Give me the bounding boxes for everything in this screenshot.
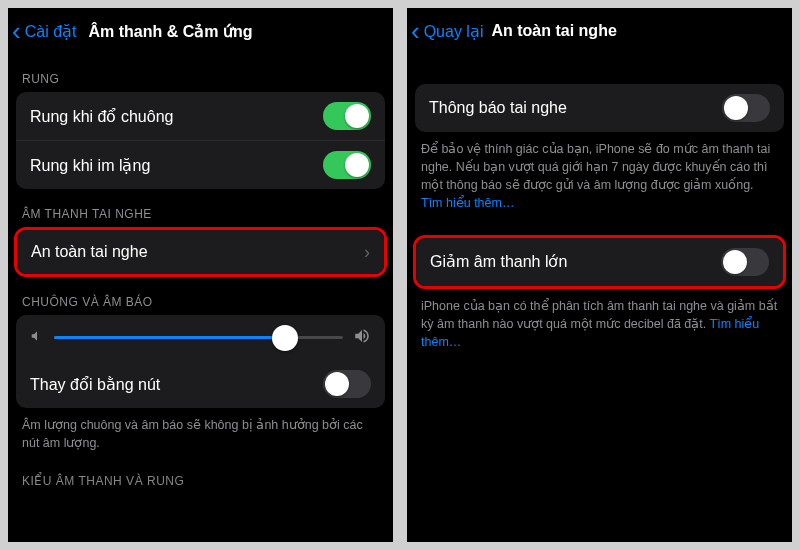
row-label: An toàn tai nghe <box>31 243 148 261</box>
phone-right-headphone-safety: ‹ Quay lại An toàn tai nghe Thông báo ta… <box>407 8 792 542</box>
row-label: Rung khi đổ chuông <box>30 107 173 126</box>
toggle-change-with-buttons[interactable] <box>323 370 371 398</box>
spacer <box>407 54 792 84</box>
volume-slider[interactable] <box>54 336 343 339</box>
footer-reduce-loud: iPhone của bạn có thể phân tích âm thanh… <box>407 289 792 355</box>
toggle-headphone-notifications[interactable] <box>722 94 770 122</box>
footer-text: Để bảo vệ thính giác của bạn, iPhone sẽ … <box>421 142 770 192</box>
spacer <box>407 217 792 235</box>
section-header-vibration: RUNG <box>8 54 393 92</box>
back-label[interactable]: Quay lại <box>424 22 484 41</box>
row-reduce-loud-sounds[interactable]: Giảm âm thanh lớn <box>416 238 783 286</box>
page-title: An toàn tai nghe <box>491 22 786 40</box>
row-label: Thông báo tai nghe <box>429 99 567 117</box>
group-ringer: Thay đổi bằng nút <box>16 315 385 408</box>
toggle-reduce-loud[interactable] <box>721 248 769 276</box>
toggle-knob-icon <box>724 96 748 120</box>
row-headphone-safety[interactable]: An toàn tai nghe › <box>17 230 384 274</box>
back-chevron-icon[interactable]: ‹ <box>10 18 23 44</box>
toggle-knob-icon <box>723 250 747 274</box>
toggle-knob-icon <box>345 153 369 177</box>
page-title: Âm thanh & Cảm ứng <box>88 22 387 41</box>
navbar-left: ‹ Cài đặt Âm thanh & Cảm ứng <box>8 8 393 54</box>
chevron-right-icon: › <box>364 242 370 263</box>
row-headphone-notifications[interactable]: Thông báo tai nghe <box>415 84 784 132</box>
row-vibrate-on-silent[interactable]: Rung khi im lặng <box>16 140 385 189</box>
row-label: Thay đổi bằng nút <box>30 375 160 394</box>
row-vibrate-on-ring[interactable]: Rung khi đổ chuông <box>16 92 385 140</box>
slider-thumb-icon[interactable] <box>272 325 298 351</box>
toggle-knob-icon <box>345 104 369 128</box>
footer-ringer: Âm lượng chuông và âm báo sẽ không bị ản… <box>8 408 393 456</box>
footer-headphone-notifications: Để bảo vệ thính giác của bạn, iPhone sẽ … <box>407 132 792 217</box>
section-header-headphone-audio: ÂM THANH TAI NGHE <box>8 189 393 227</box>
learn-more-link[interactable]: Tìm hiểu thêm… <box>421 196 514 210</box>
row-volume-slider <box>16 315 385 360</box>
group-reduce-loud: Giảm âm thanh lớn <box>416 238 783 286</box>
highlight-box-reduce-loud: Giảm âm thanh lớn <box>413 235 786 289</box>
slider-fill <box>54 336 285 339</box>
toggle-knob-icon <box>325 372 349 396</box>
back-label[interactable]: Cài đặt <box>25 22 77 41</box>
section-header-sounds-patterns: KIỂU ÂM THANH VÀ RUNG <box>8 456 393 494</box>
toggle-vibrate-silent[interactable] <box>323 151 371 179</box>
row-change-with-buttons[interactable]: Thay đổi bằng nút <box>16 360 385 408</box>
volume-high-icon <box>353 327 371 348</box>
volume-low-icon <box>30 329 44 346</box>
back-chevron-icon[interactable]: ‹ <box>409 18 422 44</box>
toggle-vibrate-ring[interactable] <box>323 102 371 130</box>
highlight-box-headphone-safety: An toàn tai nghe › <box>14 227 387 277</box>
navbar-right: ‹ Quay lại An toàn tai nghe <box>407 8 792 54</box>
group-headphone-notifications: Thông báo tai nghe <box>415 84 784 132</box>
group-headphone-safety: An toàn tai nghe › <box>17 230 384 274</box>
phone-left-sounds: ‹ Cài đặt Âm thanh & Cảm ứng RUNG Rung k… <box>8 8 393 542</box>
group-vibration: Rung khi đổ chuông Rung khi im lặng <box>16 92 385 189</box>
section-header-ringer: CHUÔNG VÀ ÂM BÁO <box>8 277 393 315</box>
row-label: Giảm âm thanh lớn <box>430 252 567 271</box>
row-label: Rung khi im lặng <box>30 156 150 175</box>
